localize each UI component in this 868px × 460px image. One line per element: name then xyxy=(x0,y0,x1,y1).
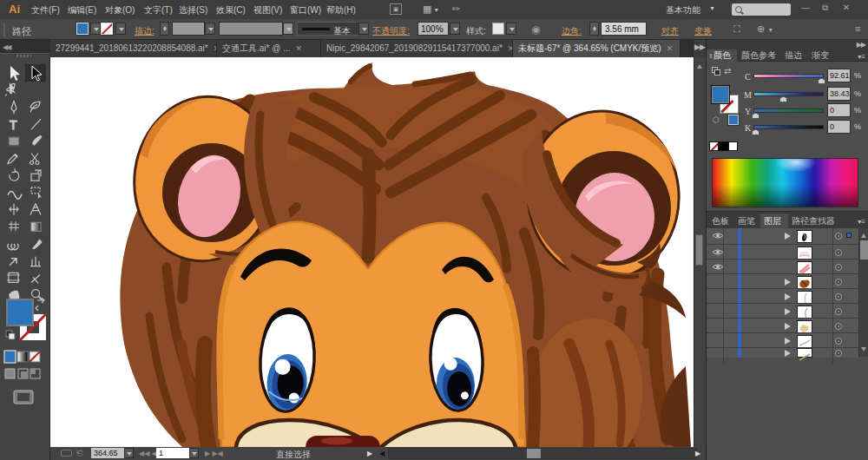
svg-text:T: T xyxy=(10,118,17,132)
